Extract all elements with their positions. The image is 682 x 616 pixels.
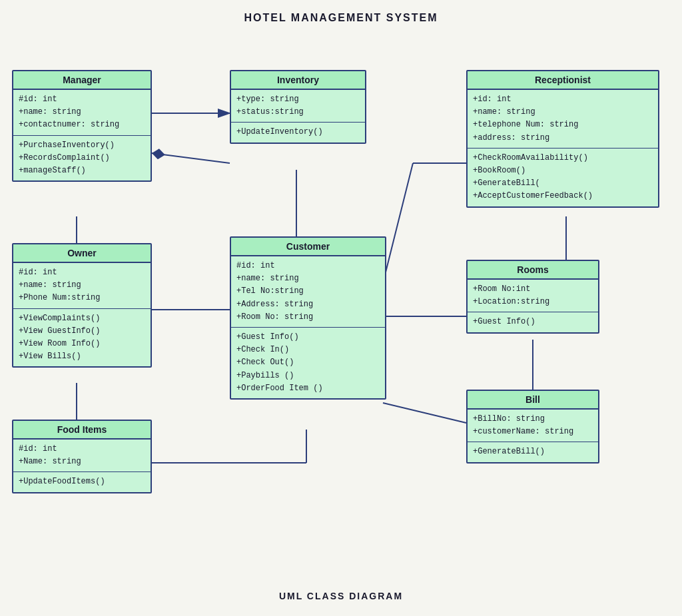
class-rooms: Rooms +Room No:int+Location:string +Gues…: [466, 260, 599, 334]
class-bill-header: Bill: [468, 391, 598, 410]
class-owner: Owner #id: int+name: string+Phone Num:st…: [12, 243, 152, 368]
class-inventory-header: Inventory: [231, 71, 365, 90]
diagram-subtitle: UML CLASS DIAGRAM: [0, 591, 682, 601]
class-owner-attributes: #id: int+name: string+Phone Num:string: [13, 263, 151, 309]
class-inventory: Inventory +type: string+status:string +U…: [230, 70, 366, 144]
class-food-items-attributes: #id: int+Name: string: [13, 440, 151, 472]
class-receptionist-header: Receptionist: [468, 71, 658, 90]
class-receptionist: Receptionist +id: int+name: string+telep…: [466, 70, 659, 208]
uml-canvas: Manager #id: int+name: string+contactnum…: [0, 30, 682, 589]
class-bill: Bill +BillNo: string+customerName: strin…: [466, 390, 599, 463]
svg-line-10: [383, 163, 413, 283]
class-rooms-methods: +Guest Info(): [468, 312, 598, 332]
class-rooms-header: Rooms: [468, 261, 598, 280]
class-rooms-attributes: +Room No:int+Location:string: [468, 280, 598, 312]
svg-line-3: [152, 153, 230, 163]
class-customer-methods: +Guest Info()+Check In()+Check Out()+Pay…: [231, 328, 385, 398]
class-manager-header: Manager: [13, 71, 151, 90]
class-receptionist-methods: +CheckRoomAvailability()+BookRoom()+Gene…: [468, 149, 658, 206]
class-manager-attributes: #id: int+name: string+contactnumer: stri…: [13, 90, 151, 136]
class-owner-methods: +ViewComplaints()+View GuestInfo()+View …: [13, 309, 151, 367]
class-customer-header: Customer: [231, 238, 385, 256]
class-bill-methods: +GenerateBill(): [468, 442, 598, 462]
diagram-title: HOTEL MANAGEMENT SYSTEM: [0, 0, 682, 24]
class-food-items: Food Items #id: int+Name: string +Update…: [12, 420, 152, 493]
class-owner-header: Owner: [13, 244, 151, 263]
class-receptionist-attributes: +id: int+name: string+telephone Num: str…: [468, 90, 658, 149]
class-food-items-methods: +UpdateFoodItems(): [13, 472, 151, 491]
svg-line-11: [383, 403, 466, 423]
class-manager-methods: +PurchaseInventory()+RecordsComplaint()+…: [13, 136, 151, 181]
class-bill-attributes: +BillNo: string+customerName: string: [468, 410, 598, 442]
class-customer-attributes: #id: int+name: string+Tel No:string+Addr…: [231, 256, 385, 328]
class-inventory-methods: +UpdateInventory(): [231, 123, 365, 142]
class-food-items-header: Food Items: [13, 421, 151, 440]
class-customer: Customer #id: int+name: string+Tel No:st…: [230, 236, 386, 400]
class-inventory-attributes: +type: string+status:string: [231, 90, 365, 123]
class-manager: Manager #id: int+name: string+contactnum…: [12, 70, 152, 182]
